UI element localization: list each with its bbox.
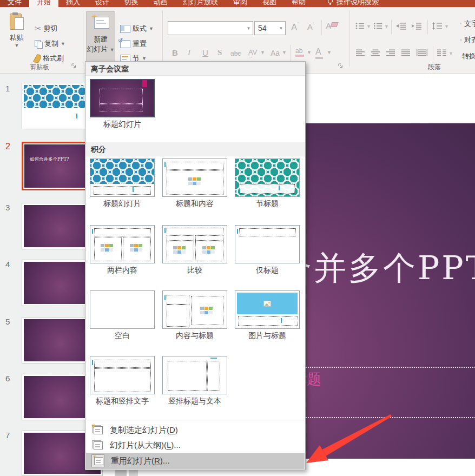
- tab-home[interactable]: 开始: [29, 0, 58, 7]
- tab-view[interactable]: 视图: [255, 0, 284, 7]
- character-spacing-caret[interactable]: ▼: [260, 50, 265, 55]
- justify-button[interactable]: [401, 49, 410, 56]
- layout-thumbnail[interactable]: [90, 225, 155, 263]
- font-name-dropdown-caret[interactable]: ▼: [245, 26, 253, 31]
- tab-review[interactable]: 审阅: [226, 0, 255, 7]
- layout-thumbnail[interactable]: [90, 290, 155, 329]
- strikethrough-button[interactable]: abc: [230, 50, 241, 57]
- font-name-input[interactable]: [168, 23, 245, 33]
- layout-button[interactable]: 版式▼: [120, 24, 154, 34]
- layout-thumbnail[interactable]: [162, 225, 227, 263]
- layout-cell-title-and-vertical-text[interactable]: 标题和竖排文字: [90, 356, 155, 406]
- align-center-button[interactable]: [371, 49, 380, 56]
- text-highlight-caret[interactable]: ▼: [307, 50, 312, 55]
- format-painter-icon: [33, 54, 43, 63]
- layout-thumbnail[interactable]: [90, 79, 155, 117]
- tell-me-search[interactable]: 操作说明搜索: [313, 0, 379, 7]
- increase-indent-button[interactable]: [411, 22, 422, 30]
- layout-cell-vertical-title-and-text[interactable]: 竖排标题与文本: [162, 356, 227, 406]
- font-size-combobox[interactable]: ▼: [254, 21, 286, 35]
- font-size-dropdown-caret[interactable]: ▼: [277, 26, 285, 31]
- layout-cell-blank[interactable]: 空白: [90, 290, 155, 341]
- layout-thumbnail[interactable]: [90, 158, 155, 197]
- layout-thumbnail[interactable]: [162, 158, 227, 197]
- layout-label: 空白: [90, 331, 155, 341]
- text-direction-button[interactable]: A 文字方向: [460, 19, 475, 29]
- text-highlight-button[interactable]: ab: [295, 47, 304, 57]
- convert-smartart-button[interactable]: 转换为SmartArt: [460, 51, 475, 61]
- layout-cell-title-and-content[interactable]: 标题和内容: [162, 158, 227, 209]
- layout-thumbnail[interactable]: [162, 290, 227, 329]
- tab-insert[interactable]: 插入: [58, 0, 88, 7]
- copy-dropdown-caret[interactable]: ▼: [61, 41, 65, 47]
- format-painter-button[interactable]: 格式刷: [35, 54, 64, 63]
- layout-cell-content-with-caption[interactable]: 内容与标题: [162, 290, 227, 341]
- layout-thumbnail[interactable]: [235, 225, 300, 263]
- tab-help[interactable]: 帮助: [284, 0, 313, 7]
- tab-transitions[interactable]: 切换: [117, 0, 146, 7]
- clear-formatting-button[interactable]: A: [326, 21, 337, 31]
- menu-item-slides-from-outline[interactable]: 幻灯片(从大纲)(L)...: [86, 438, 305, 453]
- menu-separator: [87, 420, 304, 420]
- layout-cell-section-header[interactable]: 节标题: [235, 158, 300, 209]
- shrink-font-button[interactable]: Aˇ: [307, 22, 314, 31]
- layout-cell-title-slide[interactable]: 标题幻灯片: [90, 158, 155, 209]
- scrollbar-notch[interactable]: [129, 470, 138, 476]
- numbering-caret[interactable]: ▼: [384, 24, 389, 29]
- decrease-indent-button[interactable]: [395, 22, 406, 30]
- menu-item-reuse-slides[interactable]: ✳ 重用幻灯片(R)...: [86, 453, 305, 469]
- layout-cell-two-content[interactable]: 两栏内容: [90, 225, 155, 275]
- layout-cell-comparison[interactable]: 比较: [162, 225, 227, 275]
- change-case-button[interactable]: Aa: [271, 49, 280, 57]
- line-spacing-caret[interactable]: ▼: [444, 24, 449, 29]
- cut-button[interactable]: ✂ 剪切: [35, 24, 58, 34]
- layout-cell-title-only[interactable]: 仅标题: [235, 225, 300, 275]
- tab-slideshow[interactable]: 幻灯片放映: [175, 0, 226, 7]
- bullets-button[interactable]: [355, 22, 365, 30]
- grow-font-button[interactable]: Aˆ: [291, 22, 299, 33]
- font-name-combobox[interactable]: ▼: [168, 21, 253, 35]
- columns-button[interactable]: [437, 49, 446, 56]
- align-right-button[interactable]: [386, 49, 395, 56]
- character-spacing-button[interactable]: AV↔: [248, 48, 257, 59]
- slide-number: 3: [5, 203, 15, 212]
- change-case-caret[interactable]: ▼: [282, 50, 287, 55]
- align-left-button[interactable]: [356, 49, 365, 56]
- align-text-icon: [460, 36, 462, 44]
- reset-button[interactable]: 重置: [120, 39, 147, 49]
- font-size-input[interactable]: [255, 23, 277, 33]
- font-dialog-launcher[interactable]: [338, 63, 344, 69]
- layout-thumbnail[interactable]: [90, 356, 155, 394]
- copy-button[interactable]: 复制 ▼: [35, 39, 65, 49]
- layout-thumbnail[interactable]: [235, 158, 300, 197]
- text-shadow-button[interactable]: S: [217, 48, 222, 57]
- paste-dropdown-caret[interactable]: ▼: [15, 43, 19, 48]
- tab-design[interactable]: 设计: [88, 0, 117, 7]
- underline-button[interactable]: U: [202, 48, 208, 57]
- bullets-caret[interactable]: ▼: [366, 24, 371, 29]
- gallery-section-header-theme1: 离子会议室: [85, 62, 305, 76]
- align-text-button[interactable]: 对齐文本: [460, 35, 475, 45]
- layout-thumbnail[interactable]: [162, 356, 227, 394]
- tab-file[interactable]: 文件: [0, 0, 29, 7]
- layout-cell-ion-title-slide[interactable]: 标题幻灯片: [90, 79, 155, 129]
- font-color-caret[interactable]: ▼: [327, 50, 332, 55]
- columns-caret[interactable]: ▼: [448, 51, 453, 56]
- font-color-button[interactable]: A: [315, 47, 323, 59]
- paste-button[interactable]: 粘贴 ▼: [4, 12, 29, 48]
- line-spacing-button[interactable]: [432, 22, 443, 30]
- italic-button[interactable]: I: [188, 48, 190, 57]
- bold-button[interactable]: B: [172, 48, 178, 57]
- numbering-button[interactable]: [373, 22, 382, 30]
- clipboard-dialog-launcher[interactable]: [71, 63, 77, 69]
- slide-number: 5: [5, 317, 15, 326]
- layout-thumbnail[interactable]: [235, 290, 300, 329]
- tab-animations[interactable]: 动画: [146, 0, 175, 7]
- scrollbar-notch[interactable]: [115, 470, 127, 476]
- distribute-text-button[interactable]: [417, 49, 427, 56]
- new-slide-button[interactable]: ✳ 新建 幻灯片 ▼: [86, 11, 115, 67]
- paste-icon: [10, 12, 24, 30]
- menu-item-duplicate-selected-slides[interactable]: ✳ 复制选定幻灯片(D): [86, 422, 305, 438]
- layout-cell-picture-with-caption[interactable]: 图片与标题: [235, 290, 300, 341]
- lightbulb-icon: [327, 0, 333, 6]
